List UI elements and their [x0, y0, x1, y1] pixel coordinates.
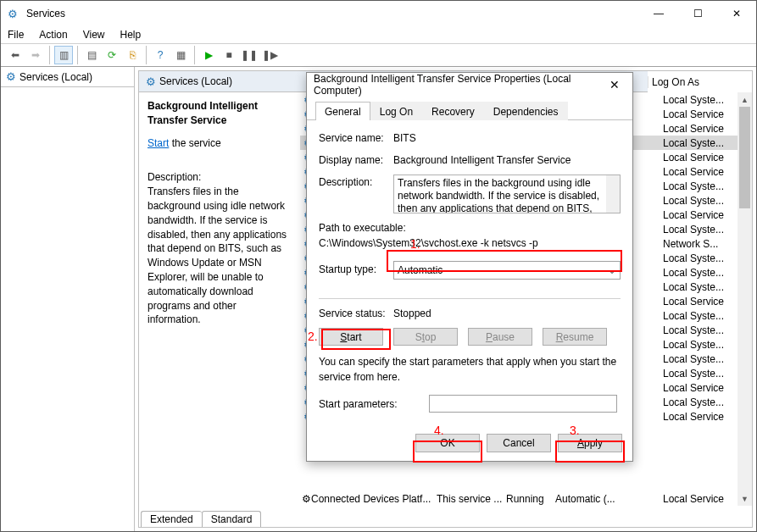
chevron-down-icon: ⌄ [608, 263, 616, 278]
close-button[interactable]: ✕ [717, 1, 756, 26]
menu-action[interactable]: Action [39, 29, 67, 41]
cell-logon: Local Service [663, 296, 737, 308]
left-tree-pane: ⚙ Services (Local) [1, 67, 135, 531]
label-start-parameters: Start parameters: [319, 396, 429, 412]
service-detail-panel: Background Intelligent Transfer Service … [139, 92, 300, 506]
menubar: File Action View Help [1, 26, 756, 43]
cell-logon: Local Service [663, 382, 737, 394]
annotation-num-2: 2. [308, 330, 318, 343]
cell-logon: Local Syste... [663, 137, 737, 149]
back-button[interactable]: ⬅ [6, 46, 25, 64]
cell-logon: Local Syste... [663, 396, 737, 408]
tree-node-services-local[interactable]: ⚙ Services (Local) [1, 67, 134, 87]
stop-button[interactable]: Stop [393, 328, 458, 346]
window-title: Services [26, 8, 65, 19]
startup-type-value: Automatic [398, 263, 443, 278]
minimize-button[interactable]: — [639, 1, 678, 26]
cell-logon: Local Syste... [663, 353, 737, 365]
properties-button[interactable]: ▤ [82, 46, 101, 64]
scroll-down-button[interactable]: ▼ [738, 491, 752, 506]
help-button[interactable]: ? [151, 46, 170, 64]
annotation-num-3: 3. [570, 424, 580, 437]
menu-file[interactable]: File [8, 29, 24, 41]
restart-service-button[interactable]: ❚▶ [260, 46, 279, 64]
gear-icon: ⚙ [6, 70, 16, 83]
select-columns-button[interactable]: ▦ [171, 46, 190, 64]
label-description: Description: [319, 175, 393, 190]
annotation-num-1: 1. [410, 237, 420, 251]
cell-logon: Local Service [663, 108, 737, 120]
label-startup-type: Startup type: [319, 262, 393, 277]
desc-scrollbar[interactable] [606, 175, 620, 213]
titlebar: ⚙ Services — ☐ ✕ [1, 1, 756, 26]
cell-logon: Local Syste... [663, 368, 737, 380]
pause-service-button[interactable]: ❚❚ [240, 46, 259, 64]
tab-dependencies[interactable]: Dependencies [484, 102, 568, 120]
bottom-row-desc: This service ... [437, 493, 506, 505]
startup-type-select[interactable]: Automatic ⌄ [393, 261, 621, 280]
column-header-logon[interactable]: Log On As [648, 76, 737, 88]
services-icon: ⚙ [8, 8, 18, 20]
cell-logon: Local Syste... [663, 224, 737, 236]
pause-button[interactable]: Pause [468, 328, 532, 346]
resume-button[interactable]: Resume [543, 328, 607, 346]
menu-help[interactable]: Help [120, 29, 142, 41]
description-value: Transfers files in the background using … [398, 177, 599, 213]
tab-standard[interactable]: Standard [202, 511, 262, 527]
description-label: Description: [148, 170, 292, 185]
toolbar: ⬅ ➡ ▥ ▤ ⟳ ⎘ ? ▦ ▶ ■ ❚❚ ❚▶ [1, 43, 756, 67]
cell-logon: Local Syste... [663, 195, 737, 207]
ok-button[interactable]: OK [415, 434, 480, 452]
dialog-close-button[interactable]: ✕ [604, 78, 626, 91]
label-path: Path to executable: [319, 220, 621, 236]
cell-logon: Local Service [663, 209, 737, 221]
scroll-up-button[interactable]: ▲ [738, 92, 752, 107]
value-service-name: BITS [393, 130, 621, 146]
cell-logon: Local Syste... [663, 252, 737, 264]
forward-button[interactable]: ➡ [26, 46, 45, 64]
annotation-num-4: 4. [434, 424, 444, 437]
show-hide-button[interactable]: ▥ [54, 46, 73, 64]
apply-button[interactable]: Apply [558, 434, 622, 452]
description-textbox[interactable]: Transfers files in the background using … [393, 175, 621, 213]
scroll-thumb[interactable] [739, 107, 750, 208]
cell-logon: Local Syste... [663, 267, 737, 279]
bottom-row-startup: Automatic (... [555, 493, 623, 505]
value-service-status: Stopped [393, 306, 621, 321]
stop-service-button[interactable]: ■ [220, 46, 238, 64]
tab-recovery[interactable]: Recovery [422, 102, 484, 120]
tab-logon[interactable]: Log On [370, 102, 422, 120]
cancel-button[interactable]: Cancel [487, 434, 551, 452]
start-service-link[interactable]: Start [148, 137, 169, 149]
cell-logon: Local Syste... [663, 339, 737, 351]
start-params-hint: You can specify the start parameters tha… [319, 354, 621, 385]
tab-general[interactable]: General [315, 102, 370, 120]
properties-dialog: Background Intelligent Transfer Service … [306, 72, 633, 462]
tab-extended[interactable]: Extended [141, 511, 202, 527]
cell-logon: Local Syste... [663, 310, 737, 322]
start-button[interactable]: Start [319, 328, 383, 346]
start-suffix: the service [169, 137, 220, 149]
tree-node-label: Services (Local) [19, 71, 92, 83]
dialog-title: Background Intelligent Transfer Service … [314, 73, 604, 97]
gear-icon: ⚙ [302, 493, 311, 505]
cell-logon: Local Service [663, 123, 737, 135]
label-service-status: Service status: [319, 306, 393, 321]
list-scrollbar[interactable]: ▲ ▼ [738, 92, 752, 506]
detail-service-name: Background Intelligent Transfer Service [148, 99, 292, 128]
cell-logon: Local Syste... [663, 180, 737, 192]
cell-logon: Local Syste... [663, 324, 737, 336]
value-path: C:\Windows\System32\svchost.exe -k netsv… [319, 236, 621, 251]
start-parameters-input[interactable] [429, 395, 617, 413]
cell-logon: Local Syste... [663, 94, 737, 106]
bottom-row-name[interactable]: Connected Devices Platf... [311, 493, 437, 505]
maximize-button[interactable]: ☐ [678, 1, 717, 26]
menu-view[interactable]: View [83, 29, 105, 41]
start-service-button[interactable]: ▶ [199, 46, 218, 64]
cell-logon: Local Syste... [663, 281, 737, 293]
cell-logon: Local Service [663, 152, 737, 163]
refresh-button[interactable]: ⟳ [103, 46, 121, 64]
cell-logon: Network S... [663, 238, 737, 250]
export-button[interactable]: ⎘ [123, 46, 142, 64]
cell-logon: Local Service [663, 411, 737, 423]
